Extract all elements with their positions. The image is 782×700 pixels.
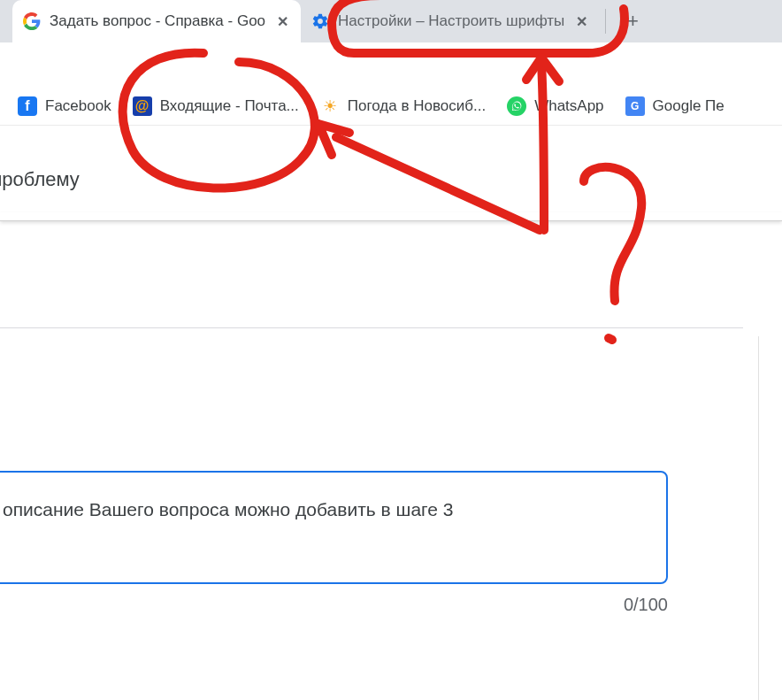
whatsapp-icon	[507, 96, 526, 116]
char-counter: 0/100	[0, 595, 668, 615]
google-g-icon	[23, 12, 41, 30]
scrollbar-track[interactable]	[758, 336, 759, 700]
weather-icon: ☀	[320, 96, 340, 116]
question-input[interactable]: описание Вашего вопроса можно добавить в…	[0, 471, 668, 584]
bookmark-label: Google Пе	[653, 97, 724, 115]
gtranslate-icon: G	[625, 96, 645, 116]
bookmark-weather[interactable]: ☀ Погода в Новосиб...	[320, 96, 486, 116]
new-tab-button[interactable]: +	[618, 7, 647, 35]
tab-divider	[605, 9, 606, 34]
header-shadow	[0, 212, 782, 221]
bookmark-label: WhatsApp	[534, 97, 603, 115]
content-divider	[0, 327, 743, 328]
facebook-icon: f	[18, 96, 37, 116]
bookmark-facebook[interactable]: f Facebook	[18, 96, 111, 116]
tab-settings[interactable]: Настройки – Настроить шрифты ✕	[301, 0, 600, 42]
bookmark-label: Facebook	[45, 97, 111, 115]
tab-close-button[interactable]: ✕	[573, 13, 589, 29]
bookmark-mailru[interactable]: @ Входящие - Почта...	[133, 96, 299, 116]
bookmarks-bar: f Facebook @ Входящие - Почта... ☀ Погод…	[0, 87, 782, 126]
bookmark-label: Входящие - Почта...	[160, 97, 299, 115]
question-input-placeholder: описание Вашего вопроса можно добавить в…	[3, 499, 453, 519]
tab-active[interactable]: Задать вопрос - Справка - Goo ✕	[12, 0, 301, 42]
page-heading-fragment: ишите проблему	[0, 168, 80, 191]
mailru-icon: @	[133, 96, 152, 116]
tab-title: Задать вопрос - Справка - Goo	[50, 12, 265, 30]
bookmark-gtranslate[interactable]: G Google Пе	[625, 96, 724, 116]
browser-tabstrip: Задать вопрос - Справка - Goo ✕ Настройк…	[0, 0, 782, 42]
tab-title: Настройки – Настроить шрифты	[338, 12, 564, 30]
tab-close-button[interactable]: ✕	[274, 13, 290, 29]
toolbar-placeholder	[0, 42, 782, 87]
bookmark-label: Погода в Новосиб...	[348, 97, 486, 115]
settings-gear-icon	[311, 12, 329, 30]
bookmark-whatsapp[interactable]: WhatsApp	[507, 96, 603, 116]
